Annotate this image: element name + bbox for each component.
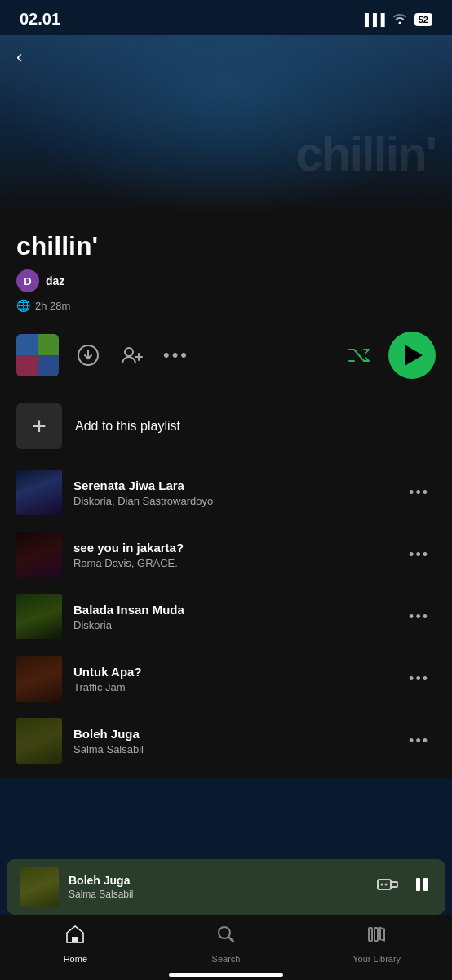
now-playing-title: Boleh Juga [69, 874, 366, 887]
battery-icon: 52 [414, 13, 432, 26]
now-playing-controls [375, 873, 432, 901]
now-playing-art [20, 867, 59, 906]
song-title-2: see you in jakarta? [73, 541, 391, 555]
song-art-1 [16, 470, 62, 515]
library-icon [366, 924, 388, 951]
song-row-2[interactable]: see you in jakarta? Rama Davis, GRACE. •… [0, 523, 452, 586]
now-playing-info: Boleh Juga Salma Salsabil [69, 874, 366, 900]
add-playlist-label: Add to this playlist [75, 419, 180, 434]
song-more-1[interactable]: ••• [402, 478, 436, 508]
song-info-1: Serenata Jiwa Lara Diskoria, Dian Sastro… [73, 479, 391, 507]
song-title-5: Boleh Juga [73, 727, 391, 741]
song-title-1: Serenata Jiwa Lara [73, 479, 391, 492]
song-list: + Add to this playlist Serenata Jiwa Lar… [0, 392, 452, 778]
svg-rect-10 [369, 928, 372, 941]
nav-search[interactable]: Search [151, 924, 302, 964]
song-more-5[interactable]: ••• [402, 726, 436, 756]
home-label: Home [64, 954, 87, 964]
song-more-2[interactable]: ••• [402, 540, 436, 570]
playlist-info: chillin' D daz 🌐 2h 28m [0, 215, 452, 320]
song-art-5 [16, 718, 62, 764]
nav-library[interactable]: Your Library [301, 924, 452, 964]
song-artist-1: Diskoria, Dian Sastrowardoyo [73, 495, 391, 507]
device-connect-icon[interactable] [375, 873, 398, 901]
status-bar: 02.01 ▐▐▐ 52 [0, 0, 452, 35]
svg-rect-11 [374, 928, 378, 941]
song-row-1[interactable]: Serenata Jiwa Lara Diskoria, Dian Sastro… [0, 461, 452, 523]
thumb-quad-2 [38, 334, 59, 355]
svg-rect-6 [416, 878, 420, 891]
song-info-3: Balada Insan Muda Diskoria [73, 603, 391, 631]
author-avatar: D [16, 270, 39, 292]
song-more-4[interactable]: ••• [402, 664, 436, 694]
thumb-quad-4 [38, 355, 59, 376]
bottom-nav: Home Search Your Library [0, 915, 452, 980]
playlist-duration: 2h 28m [35, 300, 70, 312]
svg-rect-2 [378, 880, 391, 889]
back-button[interactable]: ‹ [16, 47, 22, 68]
status-time: 02.01 [20, 10, 60, 29]
plus-icon: + [32, 412, 47, 440]
search-icon [215, 924, 237, 951]
add-friend-button[interactable] [117, 341, 147, 370]
song-title-3: Balada Insan Muda [73, 603, 391, 617]
svg-point-1 [125, 348, 133, 356]
thumbnail-image [16, 334, 59, 376]
playlist-meta: 🌐 2h 28m [16, 299, 436, 312]
library-label: Your Library [352, 954, 401, 964]
wifi-icon [392, 12, 408, 26]
song-row-4[interactable]: Untuk Apa? Traffic Jam ••• [0, 648, 452, 710]
svg-rect-8 [72, 937, 78, 942]
svg-point-4 [381, 884, 383, 886]
author-name: daz [46, 274, 64, 287]
add-to-playlist-row[interactable]: + Add to this playlist [0, 392, 452, 461]
more-button[interactable]: ••• [162, 341, 191, 370]
song-artist-5: Salma Salsabil [73, 743, 391, 755]
song-art-4 [16, 656, 62, 702]
playlist-thumbnail [16, 334, 59, 376]
song-title-4: Untuk Apa? [73, 665, 391, 679]
add-icon-box: + [16, 403, 62, 449]
song-row-5[interactable]: Boleh Juga Salma Salsabil ••• [0, 710, 452, 772]
song-info-4: Untuk Apa? Traffic Jam [73, 665, 391, 693]
signal-icon: ▐▐▐ [361, 13, 385, 26]
song-artist-2: Rama Davis, GRACE. [73, 557, 391, 569]
song-more-3[interactable]: ••• [402, 602, 436, 632]
hero-bg-decoration: chillin' [295, 126, 436, 182]
song-art-3 [16, 594, 62, 639]
home-indicator [169, 973, 283, 977]
play-icon [405, 345, 423, 366]
svg-rect-7 [423, 878, 428, 891]
thumb-quad-1 [16, 334, 38, 355]
playlist-author: D daz [16, 270, 436, 292]
play-button[interactable] [388, 332, 436, 379]
song-info-2: see you in jakarta? Rama Davis, GRACE. [73, 541, 391, 569]
song-art-2 [16, 532, 62, 577]
playlist-title: chillin' [16, 231, 436, 261]
pause-button[interactable] [411, 874, 432, 900]
song-artist-4: Traffic Jam [73, 681, 391, 693]
status-icons: ▐▐▐ 52 [361, 12, 432, 26]
thumb-quad-3 [16, 355, 38, 376]
nav-home[interactable]: Home [0, 924, 151, 964]
shuffle-button[interactable] [344, 341, 374, 370]
controls-row: ••• [0, 320, 452, 392]
svg-point-5 [385, 884, 388, 886]
download-button[interactable] [73, 341, 103, 370]
now-playing-artist: Salma Salsabil [69, 889, 366, 900]
song-artist-3: Diskoria [73, 619, 391, 631]
now-playing-bar[interactable]: Boleh Juga Salma Salsabil [7, 859, 445, 915]
hero-area: ‹ chillin' [0, 35, 452, 215]
search-label: Search [212, 954, 241, 964]
song-row-3[interactable]: Balada Insan Muda Diskoria ••• [0, 586, 452, 648]
song-info-5: Boleh Juga Salma Salsabil [73, 727, 391, 755]
home-icon [64, 924, 86, 951]
globe-icon: 🌐 [16, 299, 30, 312]
svg-rect-3 [391, 882, 397, 887]
